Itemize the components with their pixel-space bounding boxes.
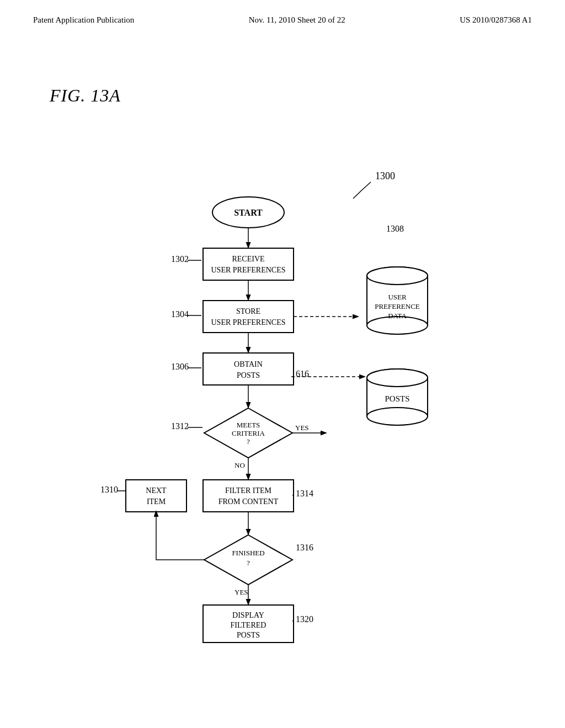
posts-text: POSTS xyxy=(385,394,409,403)
meets-text-2: CRITERIA xyxy=(232,429,265,437)
upd-text-1: USER xyxy=(388,293,407,301)
label-1306: 1306 xyxy=(171,362,189,371)
header-right: US 2010/0287368 A1 xyxy=(460,15,532,25)
display-text-3: POSTS xyxy=(237,631,260,639)
yes1-label: YES xyxy=(295,424,309,432)
receive-box xyxy=(203,248,294,280)
start-label: START xyxy=(234,208,263,217)
display-text-2: FILTERED xyxy=(231,621,266,629)
label-1310: 1310 xyxy=(100,485,118,494)
finished-text-2: ? xyxy=(247,559,250,567)
no1-label: NO xyxy=(234,461,245,469)
display-text-1: DISPLAY xyxy=(232,611,264,619)
header-left: Patent Application Publication xyxy=(33,15,134,25)
filter-box xyxy=(203,480,294,512)
receive-text-2: USER PREFERENCES xyxy=(211,266,286,274)
filter-text-1: FILTER ITEM xyxy=(225,486,271,495)
posts-cylinder-bottom xyxy=(367,408,428,425)
label-1300: 1300 xyxy=(375,170,395,181)
posts-cylinder-top2 xyxy=(367,369,428,387)
obtain-text-2: POSTS xyxy=(237,371,260,379)
label-1320: 1320 xyxy=(296,614,313,624)
label-1312: 1312 xyxy=(171,421,189,431)
next-item-box xyxy=(126,480,186,512)
label-1304: 1304 xyxy=(171,309,189,319)
store-text-2: USER PREFERENCES xyxy=(211,318,286,326)
header-center: Nov. 11, 2010 Sheet 20 of 22 xyxy=(249,15,345,25)
meets-text-1: MEETS xyxy=(237,421,260,429)
meets-text-3: ? xyxy=(247,437,250,446)
label-1308: 1308 xyxy=(386,224,404,233)
store-box xyxy=(203,301,294,333)
yes2-label: YES xyxy=(234,588,248,596)
flowchart-diagram: 1300 START 1302 RECEIVE USER PREFERENCES… xyxy=(0,72,565,728)
obtain-box xyxy=(203,353,294,385)
receive-text-1: RECEIVE xyxy=(232,255,264,263)
finished-text-1: FINISHED xyxy=(232,549,264,557)
upd-text-3: DATA xyxy=(388,312,407,320)
obtain-text-1: OBTAIN xyxy=(234,360,263,368)
filter-text-2: FROM CONTENT xyxy=(218,497,279,506)
store-text-1: STORE xyxy=(236,307,260,315)
upd-cylinder-top2 xyxy=(367,267,428,285)
next-item-text-2: ITEM xyxy=(147,497,166,506)
page-header: Patent Application Publication Nov. 11, … xyxy=(0,0,565,25)
label-1314: 1314 xyxy=(296,489,313,498)
next-item-text-1: NEXT xyxy=(146,486,167,495)
upd-text-2: PREFERENCE xyxy=(375,302,420,311)
label-1316: 1316 xyxy=(296,543,313,552)
label-1302: 1302 xyxy=(171,254,189,264)
